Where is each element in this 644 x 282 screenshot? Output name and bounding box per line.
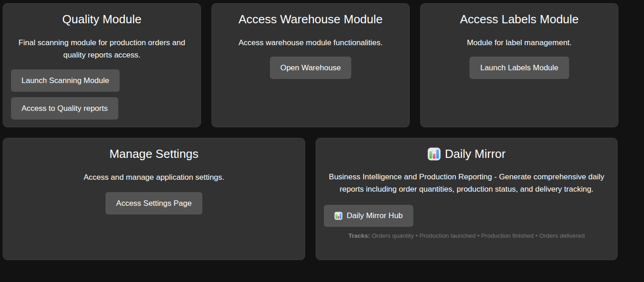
bar-chart-icon <box>334 212 343 220</box>
daily-mirror-buttons: Daily Mirror Hub <box>324 205 609 227</box>
daily-mirror-hub-button[interactable]: Daily Mirror Hub <box>324 205 413 227</box>
labels-module-card: Access Labels Module Module for label ma… <box>420 3 618 127</box>
quality-module-title: Quality Module <box>11 12 193 26</box>
open-warehouse-button[interactable]: Open Warehouse <box>270 57 352 79</box>
daily-mirror-header: Daily Mirror <box>324 147 609 161</box>
quality-module-card: Quality Module Final scanning module for… <box>3 3 201 127</box>
labels-module-title: Access Labels Module <box>428 12 610 26</box>
quality-module-description: Final scanning module for production ord… <box>11 37 193 61</box>
launch-labels-module-button[interactable]: Launch Labels Module <box>470 57 569 79</box>
warehouse-module-buttons: Open Warehouse <box>220 57 401 79</box>
daily-mirror-title: Daily Mirror <box>445 147 506 161</box>
manage-settings-description: Access and manage application settings. <box>11 171 297 183</box>
bar-chart-icon <box>428 147 441 161</box>
access-settings-page-button[interactable]: Access Settings Page <box>106 192 202 214</box>
launch-scanning-module-button[interactable]: Launch Scanning Module <box>11 69 120 92</box>
daily-mirror-hub-button-label: Daily Mirror Hub <box>347 211 403 220</box>
manage-settings-buttons: Access Settings Page <box>11 192 297 214</box>
modules-row-top: Quality Module Final scanning module for… <box>3 3 644 127</box>
warehouse-module-title: Access Warehouse Module <box>220 12 401 26</box>
quality-module-buttons: Launch Scanning Module Access to Quality… <box>11 69 193 120</box>
modules-row-bottom: Manage Settings Access and manage applic… <box>3 138 644 260</box>
daily-mirror-card: Daily Mirror Business Intelligence and P… <box>316 138 618 260</box>
manage-settings-card: Manage Settings Access and manage applic… <box>3 138 305 260</box>
warehouse-module-description: Access warehouse module functionalities. <box>220 37 401 49</box>
tracks-label: Tracks: <box>348 232 370 239</box>
tracks-items-text: Orders quantity • Production launched • … <box>372 232 585 239</box>
access-quality-reports-button[interactable]: Access to Quality reports <box>11 97 118 120</box>
manage-settings-title: Manage Settings <box>11 147 297 161</box>
warehouse-module-card: Access Warehouse Module Access warehouse… <box>211 3 410 127</box>
tracks-summary: Tracks: Orders quantity • Production lau… <box>324 232 609 239</box>
labels-module-buttons: Launch Labels Module <box>428 57 610 79</box>
daily-mirror-description: Business Intelligence and Production Rep… <box>324 171 609 195</box>
labels-module-description: Module for label management. <box>428 37 610 49</box>
dashboard-page: Quality Module Final scanning module for… <box>0 0 644 260</box>
